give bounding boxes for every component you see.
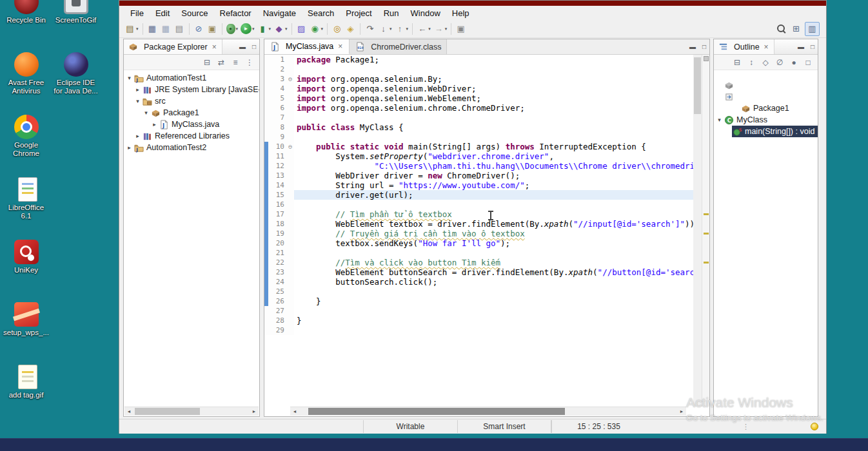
scrollbar-thumb[interactable] [135,408,200,415]
line-number[interactable]: 7 [268,113,286,122]
line-number[interactable]: 28 [268,316,286,325]
window-titlebar[interactable] [119,1,826,6]
chevron-right-icon[interactable]: ▸ [133,133,142,139]
pin-editor-icon[interactable]: ▣ [454,22,468,36]
scrollbar-track[interactable] [133,407,250,416]
debug-icon[interactable]: ●▾ [225,22,240,36]
package-explorer-item-automationtest2[interactable]: ▸JAutomationTest2 [124,142,259,153]
code-line-25[interactable]: 25 [264,287,693,296]
line-number[interactable]: 25 [268,287,286,296]
chevron-right-icon[interactable]: ▸ [150,121,159,128]
scrollbar-thumb[interactable] [694,57,701,114]
hide-non-public-icon[interactable]: ● [787,57,800,68]
spelling-annotation-icon[interactable] [704,262,709,264]
open-type-icon[interactable]: ◎ [330,22,344,36]
menu-run[interactable]: Run [378,7,405,19]
line-number[interactable]: 14 [268,180,286,190]
package-explorer-hscrollbar[interactable]: ◄ ► [124,407,259,416]
chevron-down-icon[interactable]: ▾ [142,110,150,116]
line-number[interactable]: 23 [268,267,286,277]
line-number[interactable]: 3 [268,74,286,84]
code-line-7[interactable]: 7 [264,113,693,122]
code-line-10[interactable]: 10⊖ public static void main(String[] arg… [264,142,693,151]
package-explorer-item-referenced-libraries[interactable]: ▸Referenced Libraries [124,130,259,142]
hide-static-members-icon[interactable]: ∅ [773,57,786,68]
scrollbar-thumb[interactable] [308,408,565,415]
outline-item-package1[interactable]: Package1 [714,102,818,114]
line-number[interactable]: 12 [268,161,286,171]
package-explorer-item-automationtest1[interactable]: ▾JAutomationTest1 [124,72,259,84]
desktop-icon-screentogif[interactable]: ScreenToGif [52,0,101,52]
chevron-down-icon[interactable]: ▾ [715,117,724,123]
close-icon[interactable]: × [337,42,344,51]
dropdown-icon[interactable]: ▾ [285,26,288,32]
skip-breakpoints-icon[interactable]: ⊘ [192,22,206,36]
fold-collapse-icon[interactable]: ⊖ [286,142,294,151]
quick-access-search-icon[interactable] [775,22,787,36]
code-line-1[interactable]: 1package Package1; [264,55,693,64]
code-line-18[interactable]: 18 WebElement textbox = driver.findEleme… [264,219,693,229]
line-number[interactable]: 27 [268,306,286,316]
link-with-editor-icon[interactable]: ⇄ [215,57,228,68]
build-all-icon[interactable]: ▣ [206,22,219,36]
code-line-6[interactable]: 6import org.openqa.selenium.chrome.Chrom… [264,103,693,113]
code-line-28[interactable]: 28} [264,316,693,325]
line-number[interactable]: 24 [268,277,286,287]
menu-source[interactable]: Source [175,7,213,19]
open-perspective-icon[interactable]: ⊞ [789,22,803,36]
spelling-annotation-icon[interactable] [704,233,709,235]
coverage-icon[interactable]: ▮▾ [256,22,273,36]
line-number[interactable]: 19 [268,229,286,238]
code-line-22[interactable]: 22 //Tìm và click vào button Tìm kiếm [264,258,693,267]
editor-vscrollbar[interactable] [693,55,702,407]
code-line-27[interactable]: 27 [264,306,693,316]
line-number[interactable]: 6 [268,103,286,113]
line-number[interactable]: 11 [268,151,286,161]
editor-hscrollbar[interactable]: ◄ ► [290,407,686,416]
dropdown-icon[interactable]: ▾ [390,26,392,32]
outline-item-main-string-void[interactable]: Smain(String[]) : void [714,126,818,137]
close-view-icon[interactable]: × [763,43,770,52]
dropdown-icon[interactable]: ▾ [252,26,255,32]
print-icon[interactable]: ▤ [173,22,186,36]
line-number[interactable]: 4 [268,84,286,93]
desktop-icon-recycle-bin[interactable]: Recycle Bin [2,0,51,52]
forward-icon[interactable]: →▾ [432,22,449,36]
close-view-icon[interactable]: × [211,43,218,52]
dropdown-icon[interactable]: ▾ [269,26,271,32]
code-line-9[interactable]: 9 [264,132,693,142]
tab-chromedriver-class[interactable]: 010ChromeDriver.class [350,39,447,54]
tab-myclass-java[interactable]: JMyClass.java× [264,39,350,54]
outline-item-myclass[interactable]: ▾CMyClass [714,114,818,126]
scrollbar-track[interactable] [299,407,677,416]
maximize-view-icon[interactable]: □ [807,43,818,50]
desktop-icon-setup-wps[interactable]: setup_wps_... [2,302,51,365]
code-line-14[interactable]: 14 String url = "https://www.youtube.com… [264,180,693,190]
maximize-view-icon[interactable]: □ [249,43,259,50]
collapse-all-icon[interactable]: ⊟ [731,57,744,68]
taskbar[interactable] [0,438,868,451]
package-explorer-item-jre-system-library-javase-1-8[interactable]: ▸JRE System Library [JavaSE-1.8] [124,84,259,95]
menu-window[interactable]: Window [405,7,446,19]
code-line-12[interactable]: 12 "C:\\Users\\pham.thi.thu.hang\\Docume… [264,161,693,171]
code-line-26[interactable]: 26 } [264,296,693,306]
package-explorer-item-myclass-java[interactable]: ▸JMyClass.java [124,119,259,130]
code-line-13[interactable]: 13 WebDriver driver = new ChromeDriver()… [264,171,693,180]
chevron-down-icon[interactable]: ▾ [125,75,133,81]
code-line-16[interactable]: 16 [264,200,693,209]
line-number[interactable]: 26 [268,296,286,306]
code-line-20[interactable]: 20 textbox.sendKeys("How far I'll go"); [264,238,693,248]
code-line-21[interactable]: 21 [264,248,693,258]
maximize-editor-icon[interactable]: □ [699,43,709,50]
scroll-right-icon[interactable]: ► [250,409,259,414]
code-line-3[interactable]: 3⊖import org.openqa.selenium.By; [264,74,693,84]
package-explorer-item-src[interactable]: ▾src [124,95,259,107]
scroll-left-icon[interactable]: ◄ [290,409,299,414]
line-number[interactable]: 9 [268,132,286,142]
hide-local-types-icon[interactable]: □ [802,57,814,68]
outline-tab[interactable]: Outline × [714,39,774,54]
back-icon[interactable]: ←▾ [415,22,432,36]
menu-file[interactable]: File [124,7,150,19]
code-line-5[interactable]: 5import org.openqa.selenium.WebElement; [264,93,693,103]
outline-item-package-decl[interactable] [714,79,818,91]
